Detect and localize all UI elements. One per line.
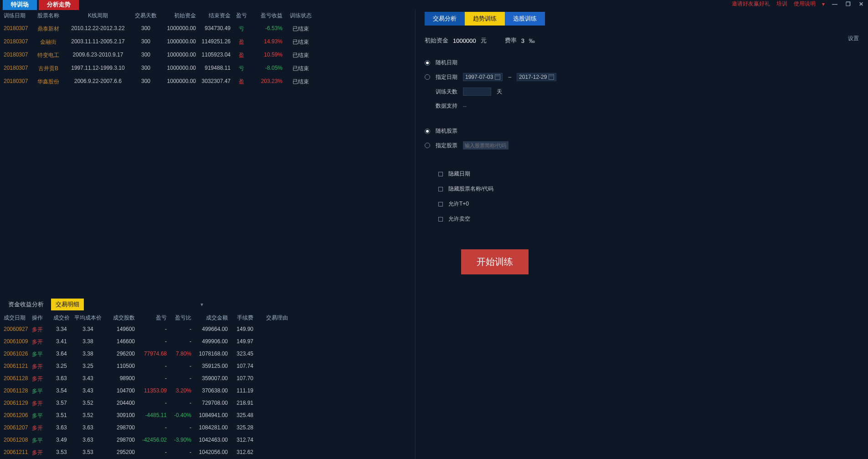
title-bar: 特训场 分析走势 邀请好友赢好礼 培训 使用说明 ▾ — ❐ ✕ xyxy=(0,0,868,9)
date-from-input[interactable]: 1997-07-03 xyxy=(463,73,503,81)
train-header: 盈亏 xyxy=(232,12,251,20)
radio-random-date[interactable] xyxy=(425,60,430,66)
value-data-support: -- xyxy=(463,103,467,109)
trade-row[interactable]: 20060927多开3.343.34149600--499664.00149.9… xyxy=(0,324,415,336)
dropdown-icon[interactable]: ▾ xyxy=(200,301,203,308)
trade-row[interactable]: 20061121多开3.253.25110500--359125.00107.7… xyxy=(0,361,415,373)
label-rate: 费率 xyxy=(505,36,517,45)
training-row[interactable]: 20180307金融街2003.11.11-2005.2.17300100000… xyxy=(0,36,415,49)
tab-trend-training[interactable]: 趋势训练 xyxy=(465,12,505,26)
window-close-icon[interactable]: ✕ xyxy=(858,1,864,7)
detail-header: 成交股数 xyxy=(103,314,135,322)
value-rate: 3 xyxy=(521,37,524,44)
detail-header: 成交价 xyxy=(50,314,73,322)
detail-header: 交易理由 xyxy=(253,314,290,322)
detail-header: 成交金额 xyxy=(191,314,228,322)
start-training-button[interactable]: 开始训练 xyxy=(461,249,529,274)
sub-tab-bar: 资金收益分析 交易明细 ▾ xyxy=(0,297,415,312)
radio-specific-stock[interactable] xyxy=(425,143,430,148)
detail-header: 盈亏比 xyxy=(167,314,191,322)
train-header: 训练状态 xyxy=(282,12,319,20)
window-minimize-icon[interactable]: — xyxy=(831,1,838,7)
stock-code-input[interactable] xyxy=(463,141,508,150)
training-row[interactable]: 20180307古井贡B1997.11.12-1999.3.1030010000… xyxy=(0,62,415,75)
detail-header: 手续费 xyxy=(228,314,253,322)
window-maximize-icon[interactable]: ❐ xyxy=(845,1,852,7)
training-row[interactable]: 20180307鼎泰新材2010.12.22-2012.3.2230010000… xyxy=(0,22,415,36)
train-header: 盈亏收益 xyxy=(251,12,282,20)
radio-random-stock[interactable] xyxy=(425,129,430,134)
value-init-fund: 1000000 xyxy=(453,37,476,44)
trade-row[interactable]: 20061208多平3.493.63298700-42456.02-3.90%1… xyxy=(0,434,415,447)
check-allow-t0[interactable] xyxy=(438,202,443,206)
calendar-icon[interactable] xyxy=(495,74,500,80)
date-to-input[interactable]: 2017-12-29 xyxy=(517,73,556,81)
calendar-icon[interactable] xyxy=(549,74,554,80)
tab-stock-selection[interactable]: 选股训练 xyxy=(505,12,545,26)
subtab-fund-analysis[interactable]: 资金收益分析 xyxy=(4,299,48,310)
trade-detail-table: 成交日期操作成交价平均成本价成交股数盈亏盈亏比成交金额手续费交易理由 20060… xyxy=(0,312,415,459)
tab-trade-analysis[interactable]: 交易分析 xyxy=(425,12,465,26)
detail-header: 盈亏 xyxy=(135,314,167,322)
detail-header: 平均成本价 xyxy=(73,314,103,322)
train-header: 结束资金 xyxy=(196,12,232,20)
trade-row[interactable]: 20061026多平3.643.3829620077974.687.80%107… xyxy=(0,348,415,361)
subtab-trade-detail[interactable]: 交易明细 xyxy=(51,299,84,310)
radio-specific-date[interactable] xyxy=(425,74,430,80)
train-header: 股票名称 xyxy=(33,12,64,20)
train-header: 交易天数 xyxy=(132,12,159,20)
tab-trend-analysis[interactable]: 分析走势 xyxy=(39,0,79,10)
training-row[interactable]: 20180307华鑫股份2006.9.22-2007.6.63001000000… xyxy=(0,75,415,88)
label-init-fund: 初始资金 xyxy=(425,36,448,45)
train-header: 初始资金 xyxy=(159,12,196,20)
training-table: 训练日期股票名称K线周期交易天数初始资金结束资金盈亏盈亏收益训练状态 20180… xyxy=(0,9,415,88)
trade-row[interactable]: 20061128多开3.633.4398900--359007.00107.70 xyxy=(0,373,415,385)
check-allow-short[interactable] xyxy=(438,217,443,222)
detail-header: 成交日期 xyxy=(4,314,32,322)
train-days-input[interactable] xyxy=(463,88,491,96)
train-header: 训练日期 xyxy=(4,12,33,20)
link-invite[interactable]: 邀请好友赢好礼 xyxy=(732,0,770,8)
trade-row[interactable]: 20061129多开3.573.52204400--729708.00218.9… xyxy=(0,397,415,410)
tab-training-field[interactable]: 特训场 xyxy=(3,0,37,10)
trade-row[interactable]: 20061206多平3.513.52309100-4485.11-0.40%10… xyxy=(0,410,415,422)
train-header: K线周期 xyxy=(64,12,132,20)
check-hide-name[interactable] xyxy=(438,187,443,191)
detail-header: 操作 xyxy=(32,314,50,322)
link-training[interactable]: 培训 xyxy=(776,0,787,8)
trade-row[interactable]: 20061128多平3.543.4310470011353.093.20%370… xyxy=(0,385,415,397)
check-hide-date[interactable] xyxy=(438,172,443,176)
trade-row[interactable]: 20061207多开3.633.63298700--1084281.00325.… xyxy=(0,422,415,434)
training-row[interactable]: 20180307特变电工2009.6.23-2010.9.17300100000… xyxy=(0,49,415,62)
trade-row[interactable]: 20061009多开3.413.38146600--499906.00149.9… xyxy=(0,336,415,348)
link-help[interactable]: 使用说明 xyxy=(794,0,816,8)
trade-row[interactable]: 20061211多开3.533.53295200--1042056.00312.… xyxy=(0,447,415,459)
link-settings[interactable]: 设置 xyxy=(848,35,859,42)
